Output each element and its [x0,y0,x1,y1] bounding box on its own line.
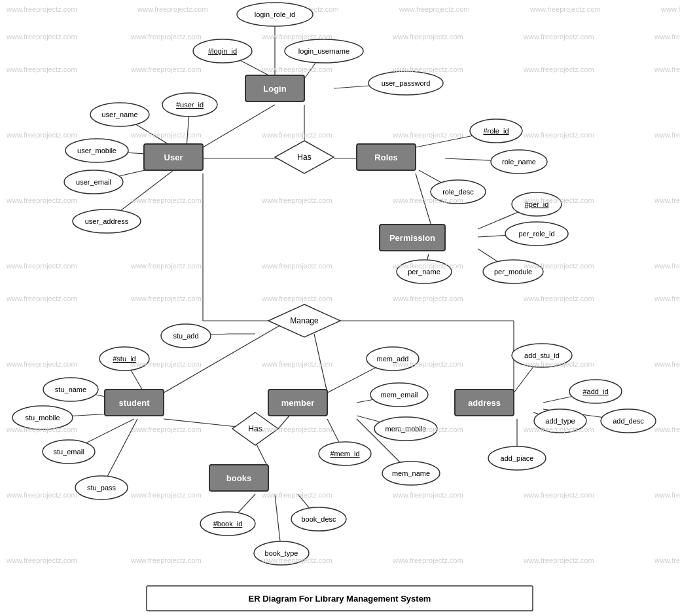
svg-text:books: books [226,473,251,483]
attr-per-role-id: per_role_id [505,222,568,245]
wm-row3-2: www.freeprojectz.com [130,65,202,73]
wm-row5-2: www.freeprojectz.com [130,196,202,204]
svg-text:role_name: role_name [502,158,536,166]
wm-row5-6: www.freeprojec [654,196,680,204]
attr-user-id: #user_id [162,93,217,117]
svg-text:user_address: user_address [85,217,129,225]
attr-role-name: role_name [491,150,547,173]
svg-text:stu_name: stu_name [55,386,86,393]
wm-row7-2: www.freeprojectz.com [130,295,202,302]
svg-text:add_stu_id: add_stu_id [524,352,560,359]
entity-roles: Roles [357,144,416,170]
svg-text:stu_mobile: stu_mobile [25,414,60,422]
wm-row9-5: www.freeprojectz.com [523,426,594,433]
wm-row3-1: www.freeprojectz.com [6,65,77,73]
wm-row7-4: www.freeprojectz.com [392,295,463,302]
wm-row9-6: www.freeprojec [654,426,680,433]
wm-row10-1: www.freeprojectz.com [6,491,77,499]
wm-row5-3: www.freeprojectz.com [261,196,332,204]
wm-row2-1: www.freeprojectz.com [6,33,77,41]
svg-text:stu_pass: stu_pass [87,484,116,492]
wm-row3-4: www.freeprojectz.com [392,65,463,73]
svg-text:student: student [119,398,151,408]
wm-row7-1: www.freeprojectz.com [6,295,77,302]
attr-stu-add: stu_add [161,324,211,348]
wm-row4-3: www.freeprojectz.com [261,131,332,139]
svg-text:Permission: Permission [389,233,435,243]
wm-row4-1: www.freeprojectz.com [6,131,77,139]
svg-text:role_desc: role_desc [442,188,474,196]
wm-row8-5: www.freeprojectz.com [523,360,594,368]
wm-row2-5: www.freeprojectz.com [523,33,594,41]
attr-user-email: user_email [64,170,123,194]
wm-row10-5: www.freeprojectz.com [523,491,594,499]
wm-row11-6: www.freeprojec [654,556,680,564]
wm-row7-5: www.freeprojectz.com [523,295,594,302]
wm-row9-4: www.freeprojectz.com [392,426,463,433]
svg-text:Manage: Manage [290,316,319,325]
svg-text:User: User [164,153,183,162]
wm-row8-6: www.freeprojec [654,360,680,368]
wm-row6-6: www.freeprojec [654,262,680,270]
wm-row6-3: www.freeprojectz.com [261,262,332,270]
svg-text:mem_name: mem_name [392,469,430,477]
svg-text:stu_add: stu_add [173,332,198,340]
er-diagram: www.freeprojectz.com www.freeprojectz.co… [0,0,680,616]
svg-text:#user_id: #user_id [176,101,204,109]
wm-row8-2: www.freeprojectz.com [130,360,202,368]
svg-text:Login: Login [263,84,286,94]
wm-row4-5: www.freeprojectz.com [523,131,594,139]
wm-row10-4: www.freeprojectz.com [392,491,463,499]
wm-row9-1: www.freeprojectz.com [6,426,77,433]
wm-row6-1: www.freeprojectz.com [6,262,77,270]
attr-mem-name: mem_name [382,462,440,485]
wm-row4-4: www.freeprojectz.com [392,131,463,139]
entity-permission: Permission [380,225,445,251]
wm-row4-6: www.freeprojec [654,131,680,139]
wm-row3-6: www.freeprojec [654,65,680,73]
wm-row11-5: www.freeprojectz.com [523,556,594,564]
wm-row11-2: www.freeprojectz.com [130,556,202,564]
attr-stu-name: stu_name [43,378,98,401]
attr-stu-pass: stu_pass [75,476,128,499]
wm-row9-2: www.freeprojectz.com [130,426,202,433]
wm-row2-3: www.freeprojectz.com [261,33,332,41]
attr-login-role-id: login_role_id [237,3,313,26]
entity-books: books [209,465,268,491]
svg-text:Roles: Roles [374,153,397,162]
wm-row4-2: www.freeprojectz.com [130,131,202,139]
svg-text:#book_id: #book_id [213,520,243,528]
caption-box: ER Diagram For Library Management System [147,586,533,611]
wm-row6-4: www.freeprojectz.com [392,262,463,270]
svg-text:login_role_id: login_role_id [255,10,295,18]
wm-row11-1: www.freeprojectz.com [6,556,77,564]
svg-text:user_name: user_name [101,111,137,118]
entity-member: member [268,390,327,416]
svg-text:#add_id: #add_id [582,388,608,395]
wm-row2-4: www.freeprojectz.com [392,33,463,41]
svg-text:add_piace: add_piace [501,454,534,462]
svg-text:#mem_id: #mem_id [330,450,359,458]
wm-row7-6: www.freeprojec [654,295,680,302]
attr-add-id: #add_id [569,380,622,403]
wm-row2-6: www.freeprojec [654,33,680,41]
svg-text:user_password: user_password [382,79,431,87]
svg-text:stu_email: stu_email [53,448,84,456]
svg-text:address: address [468,398,501,408]
wm-row10-2: www.freeprojectz.com [130,491,202,499]
attr-user-address: user_address [73,209,141,233]
wm-row2-2: www.freeprojectz.com [130,33,202,41]
wm-row6-5: www.freeprojectz.com [523,262,594,270]
svg-text:Has: Has [248,424,262,433]
svg-text:member: member [281,398,315,408]
svg-text:book_desc: book_desc [301,515,336,523]
attr-user-mobile: user_mobile [65,139,128,162]
er-diagram-svg: login_role_id #login_id login_username u… [0,0,680,616]
svg-text:Has: Has [297,153,311,162]
attr-book-id: #book_id [200,512,255,535]
svg-text:user_mobile: user_mobile [77,147,116,154]
wm-row10-6: www.freeprojec [654,491,680,499]
wm-row9-3: www.freeprojectz.com [261,426,332,433]
svg-text:ER Diagram For Library Managem: ER Diagram For Library Management System [249,594,431,604]
wm-row5-5: www.freeprojectz.com [523,196,594,204]
